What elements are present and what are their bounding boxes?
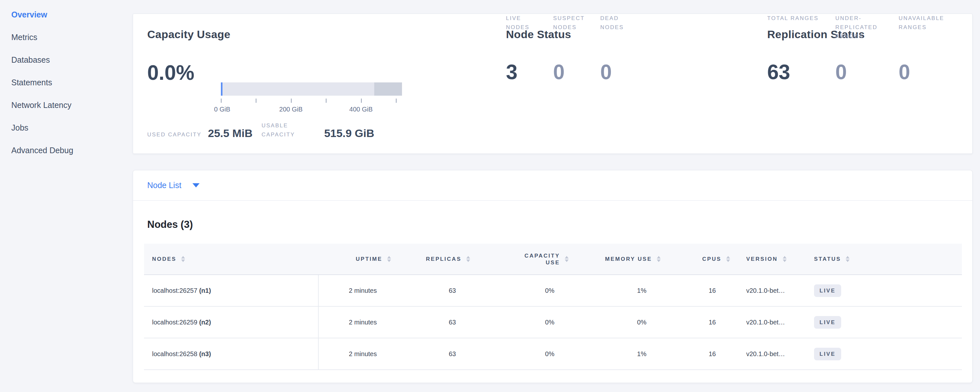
replication-status-stats: 63 TOTAL RANGES 0 UNDER-REPLICATED RANGE… — [767, 14, 967, 138]
node-list-card: Node List Nodes (3) NODES UPTIME — [133, 170, 972, 383]
total-ranges-label: TOTAL RANGES — [767, 14, 822, 23]
used-capacity-value: 25.5 MiB — [208, 127, 253, 139]
column-header-uptime[interactable]: UPTIME — [318, 244, 391, 275]
uptime-cell: 2 minutes — [318, 275, 391, 306]
memory-use-cell: 1% — [569, 338, 661, 370]
table-row: localhost:26259 (n2) 2 minutes 63 0% 0% … — [144, 306, 962, 338]
column-header-memory-use[interactable]: MEMORY USE — [569, 244, 661, 275]
unavailable-ranges-label: UNAVAILABLE RANGES — [899, 14, 953, 32]
used-capacity-label: USED CAPACITY — [147, 130, 208, 139]
capacity-use-cell: 0% — [470, 338, 569, 370]
replicas-cell: 63 — [391, 306, 470, 338]
cpus-cell: 16 — [661, 275, 730, 306]
status-cell: LIVE — [804, 306, 962, 338]
dead-nodes-value: 0 — [600, 62, 612, 83]
sort-icon — [726, 256, 730, 262]
under-replicated-ranges-label: UNDER-REPLICATED RANGES — [835, 14, 890, 41]
usable-capacity-label: USABLE CAPACITY — [261, 121, 310, 139]
sort-icon — [565, 256, 569, 262]
replicas-cell: 63 — [391, 275, 470, 306]
suspect-nodes-label: SUSPECT NODES — [553, 14, 592, 32]
node-status-stats: 3 LIVE NODES 0 SUSPECT NODES 0 DEAD NODE… — [506, 14, 648, 138]
capacity-gauge-other-segment — [374, 83, 402, 96]
nodes-table: NODES UPTIME REPLICAS CAPACITY USE — [144, 244, 962, 370]
node-address-link[interactable]: localhost:26257 (n1) — [144, 275, 318, 306]
sort-icon — [846, 256, 850, 262]
cpus-cell: 16 — [661, 306, 730, 338]
sort-icon — [783, 256, 787, 262]
column-header-cpus[interactable]: CPUS — [661, 244, 730, 275]
replicas-cell: 63 — [391, 338, 470, 370]
version-cell: v20.1.0-bet… — [730, 306, 804, 338]
status-cell: LIVE — [804, 275, 962, 306]
usable-capacity-value: 515.9 GiB — [324, 127, 374, 139]
sidebar-item-databases[interactable]: Databases — [0, 48, 133, 71]
sidebar-item-statements[interactable]: Statements — [0, 71, 133, 94]
sort-icon — [387, 256, 391, 262]
sidebar-item-network-latency[interactable]: Network Latency — [0, 94, 133, 116]
unavailable-ranges-value: 0 — [899, 62, 910, 83]
version-cell: v20.1.0-bet… — [730, 275, 804, 306]
status-badge: LIVE — [814, 316, 841, 329]
memory-use-cell: 0% — [569, 306, 661, 338]
node-list-dropdown-label[interactable]: Node List — [147, 181, 181, 190]
memory-use-cell: 1% — [569, 275, 661, 306]
sidebar-item-jobs[interactable]: Jobs — [0, 116, 133, 139]
version-cell: v20.1.0-bet… — [730, 338, 804, 370]
status-badge: LIVE — [814, 284, 841, 297]
column-header-nodes[interactable]: NODES — [144, 244, 318, 275]
sidebar: Overview Metrics Databases Statements Ne… — [0, 0, 133, 392]
table-row: localhost:26258 (n3) 2 minutes 63 0% 1% … — [144, 338, 962, 370]
replication-status-section: Replication Status 63 TOTAL RANGES 0 UND… — [767, 14, 970, 153]
uptime-cell: 2 minutes — [318, 338, 391, 370]
column-header-replicas[interactable]: REPLICAS — [391, 244, 470, 275]
column-header-version[interactable]: VERSION — [730, 244, 804, 275]
sort-icon — [466, 256, 470, 262]
sidebar-item-advanced-debug[interactable]: Advanced Debug — [0, 139, 133, 162]
node-list-dropdown[interactable]: Node List — [133, 170, 972, 201]
cpus-cell: 16 — [661, 338, 730, 370]
sort-icon — [657, 256, 661, 262]
under-replicated-ranges-value: 0 — [835, 62, 847, 83]
sidebar-item-metrics[interactable]: Metrics — [0, 26, 133, 48]
node-status-section: Node Status 3 LIVE NODES 0 SUSPECT NODES… — [506, 14, 764, 153]
sort-icon — [181, 256, 185, 262]
table-row: localhost:26257 (n1) 2 minutes 63 0% 1% … — [144, 275, 962, 306]
chevron-down-icon — [192, 183, 200, 187]
column-header-capacity-use[interactable]: CAPACITY USE — [470, 244, 569, 275]
capacity-use-cell: 0% — [470, 306, 569, 338]
live-nodes-value: 3 — [506, 62, 518, 83]
capacity-use-cell: 0% — [470, 275, 569, 306]
capacity-usage-section: Capacity Usage 0.0% 0 GiB 200 GiB 400 Gi… — [147, 14, 506, 153]
uptime-cell: 2 minutes — [318, 306, 391, 338]
nodes-table-title: Nodes (3) — [147, 219, 193, 230]
cluster-summary-card: Capacity Usage 0.0% 0 GiB 200 GiB 400 Gi… — [133, 14, 972, 154]
total-ranges-value: 63 — [767, 62, 790, 83]
sidebar-item-overview[interactable]: Overview — [0, 3, 133, 26]
capacity-stats-row: USED CAPACITY 25.5 MiB USABLE CAPACITY 5… — [147, 14, 374, 139]
dead-nodes-label: DEAD NODES — [600, 14, 639, 32]
column-header-status[interactable]: STATUS — [804, 244, 962, 275]
node-address-link[interactable]: localhost:26259 (n2) — [144, 306, 318, 338]
nodes-table-header-row: NODES UPTIME REPLICAS CAPACITY USE — [144, 244, 962, 275]
status-cell: LIVE — [804, 338, 962, 370]
suspect-nodes-value: 0 — [553, 62, 565, 83]
live-nodes-label: LIVE NODES — [506, 14, 545, 32]
node-address-link[interactable]: localhost:26258 (n3) — [144, 338, 318, 370]
status-badge: LIVE — [814, 348, 841, 360]
